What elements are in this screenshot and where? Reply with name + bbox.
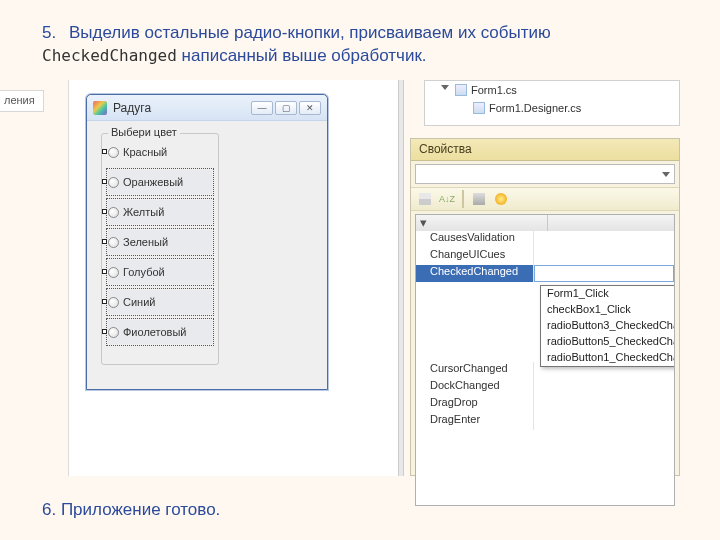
properties-toolbar: A↓Z xyxy=(411,187,679,211)
alphabetical-button[interactable]: A↓Z xyxy=(437,190,457,208)
instruction-6: 6. Приложение готово. xyxy=(42,500,220,520)
file-name: Form1.cs xyxy=(471,84,517,96)
minimize-button[interactable]: — xyxy=(251,101,273,115)
handler-option[interactable]: radioButton1_CheckedChanged xyxy=(541,350,675,366)
radio-item[interactable]: Голубой xyxy=(108,260,212,284)
handler-option[interactable]: radioButton5_CheckedChanged xyxy=(541,334,675,350)
csharp-file-icon xyxy=(473,102,485,114)
radio-circle-icon xyxy=(108,327,119,338)
properties-button[interactable] xyxy=(469,190,489,208)
file-name: Form1.Designer.cs xyxy=(489,102,581,114)
csharp-file-icon xyxy=(455,84,467,96)
event-handler-cell[interactable] xyxy=(534,265,674,282)
radio-circle-icon xyxy=(108,267,119,278)
event-name: DragDrop xyxy=(416,396,534,413)
collapse-icon[interactable]: ▾ xyxy=(416,215,430,231)
handler-option[interactable]: Form1_Click xyxy=(541,286,675,302)
handler-option[interactable]: checkBox1_Click xyxy=(541,302,675,318)
radio-label: Голубой xyxy=(123,266,165,278)
events-grid[interactable]: ▾ CausesValidation ChangeUICues CheckedC… xyxy=(415,214,675,506)
radio-item[interactable]: Синий xyxy=(108,290,212,314)
expand-triangle-icon[interactable] xyxy=(441,85,449,90)
maximize-button[interactable]: ▢ xyxy=(275,101,297,115)
radio-label: Фиолетовый xyxy=(123,326,186,338)
radio-label: Синий xyxy=(123,296,155,308)
radio-label: Зеленый xyxy=(123,236,168,248)
groupbox-choose-color[interactable]: Выбери цвет Красный Оранжевый Желтый Зел… xyxy=(101,133,219,365)
event-name: CursorChanged xyxy=(416,362,534,379)
radio-item[interactable]: Фиолетовый xyxy=(108,320,212,344)
selection-handle-icon xyxy=(102,329,107,334)
event-name: DragEnter xyxy=(416,413,534,430)
event-row[interactable]: DragEnter xyxy=(416,413,674,430)
instruction-text-a: Выделив остальные радио-кнопки, присваив… xyxy=(69,23,551,42)
radio-item[interactable]: Красный xyxy=(108,140,212,164)
radio-label: Красный xyxy=(123,146,167,158)
selection-handle-icon xyxy=(102,239,107,244)
selection-handle-icon xyxy=(102,179,107,184)
instruction-5: 5. Выделив остальные радио-кнопки, присв… xyxy=(42,22,696,68)
toolbar-separator xyxy=(462,190,464,208)
radio-circle-icon xyxy=(108,147,119,158)
handler-dropdown[interactable]: Form1_Click checkBox1_Click radioButton3… xyxy=(540,285,675,367)
form-title: Радуга xyxy=(113,101,151,115)
radio-circle-icon xyxy=(108,297,119,308)
instruction-number: 5. xyxy=(42,23,56,42)
event-name: CausesValidation xyxy=(416,231,534,248)
event-row[interactable]: DragDrop xyxy=(416,396,674,413)
event-row-selected[interactable]: CheckedChanged xyxy=(416,265,674,282)
form-titlebar[interactable]: Радуга — ▢ ✕ xyxy=(87,95,327,121)
event-row[interactable]: DockChanged xyxy=(416,379,674,396)
window-buttons: — ▢ ✕ xyxy=(251,101,321,115)
object-selector-dropdown[interactable] xyxy=(415,164,675,184)
left-docked-tab[interactable]: ления xyxy=(0,90,44,112)
radio-item[interactable]: Желтый xyxy=(108,200,212,224)
right-column: Form1.cs Form1.Designer.cs Свойства A↓Z … xyxy=(404,80,720,476)
properties-icon xyxy=(473,193,485,205)
solution-file-row[interactable]: Form1.Designer.cs xyxy=(425,99,679,117)
event-row[interactable]: ChangeUICues xyxy=(416,248,674,265)
properties-panel: Свойства A↓Z ▾ CausesValidation ChangeUI… xyxy=(410,138,680,476)
categorized-icon xyxy=(419,193,431,205)
lightning-icon xyxy=(495,193,507,205)
selection-handle-icon xyxy=(102,269,107,274)
radio-circle-icon xyxy=(108,207,119,218)
screenshot-area: ления Радуга — ▢ ✕ Выбери цвет Красный О… xyxy=(0,80,720,476)
selection-handle-icon xyxy=(102,209,107,214)
groupbox-label: Выбери цвет xyxy=(108,126,180,138)
solution-file-row[interactable]: Form1.cs xyxy=(425,81,679,99)
rainbow-icon xyxy=(93,101,107,115)
handler-option[interactable]: radioButton3_CheckedChanged xyxy=(541,318,675,334)
radio-circle-icon xyxy=(108,237,119,248)
radio-item[interactable]: Зеленый xyxy=(108,230,212,254)
event-name: CheckedChanged xyxy=(416,265,534,282)
close-button[interactable]: ✕ xyxy=(299,101,321,115)
events-button[interactable] xyxy=(491,190,511,208)
event-row[interactable]: CausesValidation xyxy=(416,231,674,248)
radio-label: Желтый xyxy=(123,206,164,218)
solution-explorer-fragment[interactable]: Form1.cs Form1.Designer.cs xyxy=(424,80,680,126)
instruction-code: CheckedChanged xyxy=(42,46,177,65)
radio-circle-icon xyxy=(108,177,119,188)
categorized-button[interactable] xyxy=(415,190,435,208)
design-form-window[interactable]: Радуга — ▢ ✕ Выбери цвет Красный Оранжев… xyxy=(86,94,328,390)
alphabetical-icon: A↓Z xyxy=(439,194,455,204)
radio-item[interactable]: Оранжевый xyxy=(108,170,212,194)
radio-label: Оранжевый xyxy=(123,176,183,188)
selection-handle-icon xyxy=(102,149,107,154)
selection-handle-icon xyxy=(102,299,107,304)
event-name: ChangeUICues xyxy=(416,248,534,265)
properties-header: Свойства xyxy=(411,139,679,161)
event-name: DockChanged xyxy=(416,379,534,396)
instruction-text-b: написанный выше обработчик. xyxy=(182,46,427,65)
grid-header: ▾ xyxy=(416,215,674,231)
